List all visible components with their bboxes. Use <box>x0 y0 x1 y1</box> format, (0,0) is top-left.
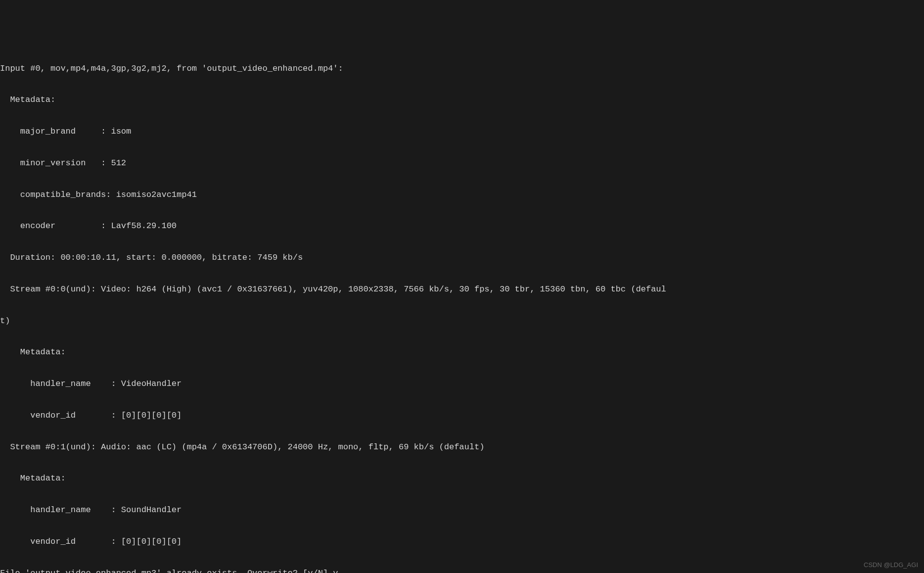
terminal-line: minor_version : 512 <box>0 158 924 168</box>
terminal-line: Duration: 00:00:10.11, start: 0.000000, … <box>0 252 924 263</box>
watermark-text: CSDN @LDG_AGI <box>864 561 918 569</box>
terminal-output[interactable]: Input #0, mov,mp4,m4a,3gp,3g2,mj2, from … <box>0 42 924 573</box>
terminal-line: Stream #0:1(und): Audio: aac (LC) (mp4a … <box>0 442 924 452</box>
terminal-line: compatible_brands: isomiso2avc1mp41 <box>0 190 924 200</box>
terminal-line: handler_name : VideoHandler <box>0 379 924 389</box>
terminal-line: vendor_id : [0][0][0][0] <box>0 410 924 421</box>
terminal-line: t) <box>0 316 924 326</box>
terminal-line: major_brand : isom <box>0 126 924 137</box>
terminal-line: encoder : Lavf58.29.100 <box>0 221 924 231</box>
terminal-line: Metadata: <box>0 95 924 105</box>
terminal-line: Input #0, mov,mp4,m4a,3gp,3g2,mj2, from … <box>0 63 924 74</box>
terminal-line: File 'output_video_enhanced.mp3' already… <box>0 568 924 573</box>
terminal-line: handler_name : SoundHandler <box>0 505 924 515</box>
terminal-line: Metadata: <box>0 473 924 483</box>
terminal-line: Metadata: <box>0 347 924 357</box>
terminal-line: vendor_id : [0][0][0][0] <box>0 536 924 547</box>
terminal-line: Stream #0:0(und): Video: h264 (High) (av… <box>0 284 924 294</box>
